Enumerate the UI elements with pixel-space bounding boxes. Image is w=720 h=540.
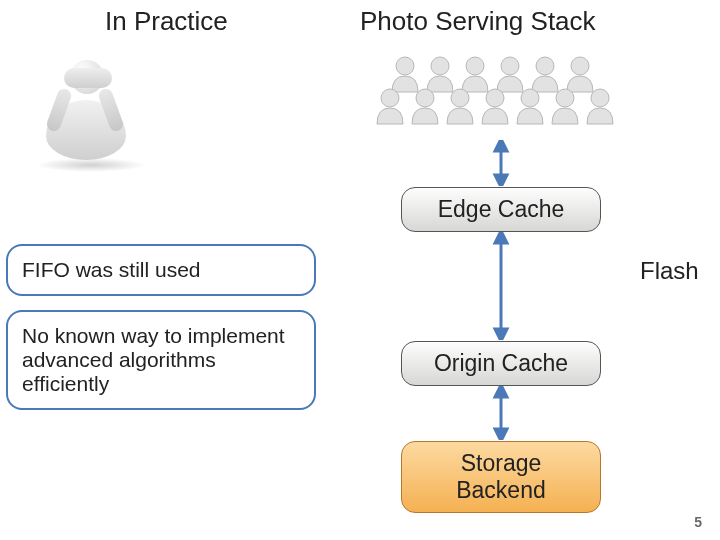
title-in-practice: In Practice (105, 6, 228, 37)
facepalm-figure-icon (6, 50, 166, 170)
callout-no-known: No known way to implement advanced algor… (6, 310, 316, 410)
arrow-origin-to-storage (492, 386, 510, 440)
node-storage-backend: Storage Backend (401, 441, 601, 513)
callout-fifo: FIFO was still used (6, 244, 316, 296)
title-photo-serving: Photo Serving Stack (360, 6, 596, 37)
page-number: 5 (694, 514, 702, 530)
node-origin-cache: Origin Cache (401, 341, 601, 386)
arrow-edge-to-origin (492, 232, 510, 340)
arrow-users-to-edge (492, 140, 510, 186)
node-edge-cache: Edge Cache (401, 187, 601, 232)
users-crowd-icon (365, 50, 625, 140)
label-flash: Flash (640, 257, 699, 285)
